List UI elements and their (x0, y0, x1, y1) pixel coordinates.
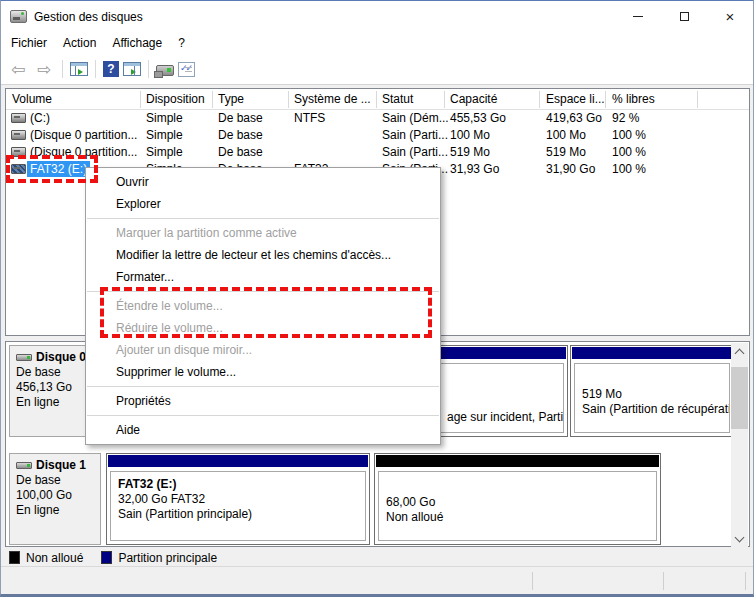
maximize-icon (680, 12, 689, 21)
disk1-unallocated[interactable]: 68,00 Go Non alloué (374, 453, 661, 545)
toolbar-separator (148, 60, 149, 78)
menu-item-modifier-lettre[interactable]: Modifier la lettre de lecteur et les che… (86, 244, 440, 266)
table-row[interactable]: (Disque 0 partition... Simple De base Sa… (6, 144, 749, 161)
menu-separator (87, 386, 439, 387)
menu-separator (87, 218, 439, 219)
list-header: Volume Disposition Type Système de ... S… (6, 89, 749, 110)
console-tree-icon[interactable] (70, 62, 88, 76)
drive-properties-icon[interactable] (156, 65, 174, 76)
toolbar-separator (95, 60, 96, 78)
col-capacite[interactable]: Capacité (450, 92, 497, 106)
menu-fichier[interactable]: Fichier (3, 33, 55, 53)
menu-item-marquer-active[interactable]: Marquer la partition comme active (86, 222, 440, 244)
partition-status: Sain (Partition principale) (118, 507, 358, 522)
partition-title: FAT32 (E:) (118, 477, 358, 492)
task-list-icon[interactable]: ✓✓ (178, 62, 195, 77)
scrollbar-thumb[interactable] (731, 367, 748, 429)
close-icon: × (726, 9, 735, 24)
col-volume[interactable]: Volume (12, 92, 52, 106)
partition-size: 68,00 Go (386, 495, 649, 510)
disk-icon (16, 354, 32, 361)
cell-espace: 519 Mo (546, 145, 586, 159)
disk0-status: En ligne (16, 395, 94, 410)
disk1-partition-fat32[interactable]: FAT32 (E:) 32,00 Go FAT32 Sain (Partitio… (106, 453, 370, 545)
legend-bar: Non alloué Partition principale (1, 549, 753, 567)
menu-action[interactable]: Action (55, 33, 104, 53)
menu-separator (87, 415, 439, 416)
partition-status-fragment: age sur incident, Partiti (447, 410, 564, 425)
menu-affichage[interactable]: Affichage (104, 33, 170, 53)
close-button[interactable]: × (707, 1, 753, 32)
cell-fs: NTFS (294, 111, 325, 125)
cell-capacite: 455,53 Go (450, 111, 506, 125)
partition-size: 32,00 Go FAT32 (118, 492, 358, 507)
menu-item-supprimer-volume[interactable]: Supprimer le volume... (86, 361, 440, 383)
menu-item-aide[interactable]: Aide (86, 419, 440, 441)
annotation-box-extend-shrink (100, 287, 432, 338)
help-icon[interactable]: ? (103, 61, 119, 77)
disk-management-window: Gestion des disques × Fichier Action Aff… (0, 0, 754, 597)
disk1-name: Disque 1 (36, 458, 86, 473)
menu-item-ouvrir[interactable]: Ouvrir (86, 171, 440, 193)
back-icon[interactable]: ⇦ (7, 61, 29, 78)
col-libres[interactable]: % libres (612, 92, 655, 106)
vertical-scrollbar[interactable] (731, 343, 748, 547)
menu-item-ajouter-miroir[interactable]: Ajouter un disque miroir... (86, 339, 440, 361)
maximize-button[interactable] (661, 1, 707, 32)
disk1-label-box[interactable]: Disque 1 De base 100,00 Go En ligne (9, 453, 101, 545)
col-systeme[interactable]: Système de ... (294, 92, 371, 106)
volume-icon (11, 130, 26, 140)
cell-libres: 100 % (612, 162, 646, 176)
disk-icon (16, 462, 32, 469)
partition-size: 519 Mo (582, 387, 722, 402)
cell-disposition: Simple (146, 111, 183, 125)
partition-status: Sain (Partition de récupérati (582, 402, 722, 417)
title-bar: Gestion des disques × (1, 1, 753, 32)
cell-type: De base (218, 111, 263, 125)
cell-espace: 31,90 Go (546, 162, 595, 176)
table-row[interactable]: (Disque 0 partition... Simple De base Sa… (6, 127, 749, 144)
cell-volume: (Disque 0 partition... (30, 128, 137, 142)
table-row[interactable]: (C:) Simple De base NTFS Sain (Dém... 45… (6, 110, 749, 127)
action-pane-icon[interactable] (123, 62, 141, 76)
cell-statut: Sain (Parti... (382, 145, 448, 159)
menu-item-explorer[interactable]: Explorer (86, 193, 440, 215)
toolbar: ⇦ ⇨ ? ✓✓ (1, 54, 753, 85)
col-disposition[interactable]: Disposition (146, 92, 205, 106)
menu-help[interactable]: ? (170, 33, 193, 53)
cell-statut: Sain (Parti... (382, 128, 448, 142)
disk0-partition-recovery[interactable]: 519 Mo Sain (Partition de récupérati (570, 345, 734, 437)
toolbar-separator (62, 60, 63, 78)
volume-icon (11, 113, 26, 123)
cell-espace: 100 Mo (546, 128, 586, 142)
window-title: Gestion des disques (34, 10, 143, 24)
disk1-type: De base (16, 473, 94, 488)
col-espace[interactable]: Espace li... (546, 92, 605, 106)
cell-statut: Sain (Dém... (382, 111, 449, 125)
forward-icon[interactable]: ⇨ (33, 61, 55, 78)
cell-type: De base (218, 128, 263, 142)
minimize-icon (633, 16, 643, 17)
cell-libres: 100 % (612, 128, 646, 142)
scroll-up-arrow[interactable] (731, 343, 748, 360)
legend-primary-label: Partition principale (118, 551, 217, 565)
minimize-button[interactable] (615, 1, 661, 32)
menu-item-proprietes[interactable]: Propriétés (86, 390, 440, 412)
disk1-status: En ligne (16, 503, 94, 518)
cell-capacite: 31,93 Go (450, 162, 499, 176)
cell-libres: 100 % (612, 145, 646, 159)
menu-bar: Fichier Action Affichage ? (1, 32, 753, 54)
scroll-down-arrow[interactable] (731, 530, 748, 547)
cell-volume: (C:) (30, 111, 50, 125)
cell-libres: 92 % (612, 111, 639, 125)
disk0-name: Disque 0 (36, 350, 86, 365)
legend-primary-swatch (101, 551, 112, 564)
legend-unallocated-label: Non alloué (26, 551, 83, 565)
disk1-size: 100,00 Go (16, 488, 94, 503)
legend-unallocated-swatch (9, 551, 20, 564)
menu-item-formater[interactable]: Formater... (86, 266, 440, 288)
annotation-box-fat32-volume (6, 155, 98, 183)
col-statut[interactable]: Statut (382, 92, 413, 106)
cell-capacite: 100 Mo (450, 128, 490, 142)
col-type[interactable]: Type (218, 92, 244, 106)
